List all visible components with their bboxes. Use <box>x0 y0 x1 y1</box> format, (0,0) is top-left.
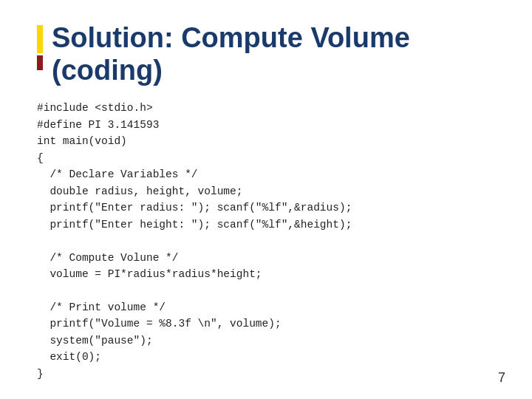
slide-title: Solution: Compute Volume (coding) <box>52 22 410 86</box>
accent-bar-bottom <box>37 55 43 70</box>
code-block: #include <stdio.h> #define PI 3.141593 i… <box>37 100 495 382</box>
title-line1: Solution: Compute Volume <box>52 22 410 53</box>
accent-bar <box>37 25 43 70</box>
title-area: Solution: Compute Volume (coding) <box>37 22 495 86</box>
slide-number: 7 <box>498 370 505 386</box>
accent-bar-top <box>37 25 43 53</box>
title-line2: (coding) <box>52 55 163 86</box>
slide: Solution: Compute Volume (coding) #inclu… <box>0 0 532 399</box>
